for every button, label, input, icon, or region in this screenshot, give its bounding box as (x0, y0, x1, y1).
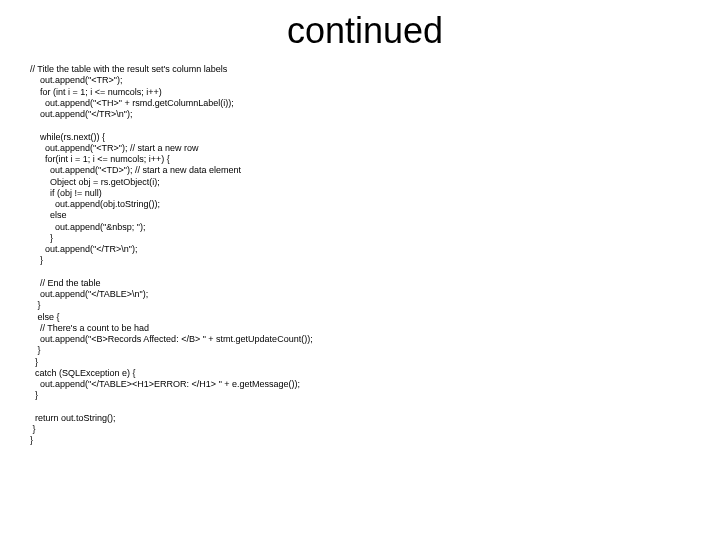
code-block: // Title the table with the result set's… (30, 64, 700, 447)
slide: continued // Title the table with the re… (0, 0, 720, 540)
slide-title: continued (30, 10, 700, 52)
